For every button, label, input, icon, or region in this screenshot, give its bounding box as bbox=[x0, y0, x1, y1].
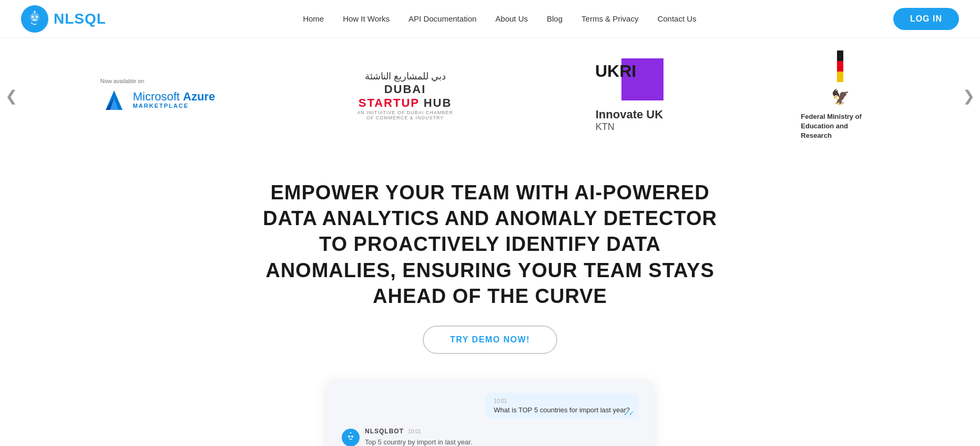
bot-intro-text: Top 5 country by import in last year. bbox=[365, 438, 638, 446]
flag-gold bbox=[837, 72, 843, 82]
svg-point-14 bbox=[350, 432, 352, 433]
hero-section: EMPOWER YOUR TEAM WITH AI-POWERED DATA A… bbox=[0, 154, 980, 370]
bot-content: NLSQLBOT 10:01 Top 5 country by import i… bbox=[365, 428, 638, 446]
ukri-logo-box: UKRI bbox=[595, 58, 663, 100]
nav-about-us[interactable]: About Us bbox=[495, 14, 528, 23]
dubai-arabic: دبي للمشاريع الناشئة bbox=[365, 71, 446, 83]
partner-innovate-uk: UKRI Innovate UK KTN bbox=[595, 58, 663, 133]
login-button[interactable]: LOG IN bbox=[893, 8, 959, 30]
innovate-brand: Innovate UK bbox=[596, 108, 663, 121]
nav-links: Home How It Works API Documentation Abou… bbox=[303, 14, 696, 24]
flag-red bbox=[837, 61, 843, 72]
innovate-sub: KTN bbox=[596, 121, 663, 133]
svg-point-10 bbox=[348, 435, 350, 438]
dubai-sub-text: AN INITIATIVE OF DUBAI CHAMBER OF COMMER… bbox=[353, 110, 458, 120]
flag-black bbox=[837, 50, 843, 61]
eagle-icon: 🦅 bbox=[831, 88, 850, 106]
svg-point-2 bbox=[32, 16, 34, 18]
chat-preview-container: 10:01 What is TOP 5 countries for import… bbox=[0, 370, 980, 446]
hero-title: EMPOWER YOUR TEAM WITH AI-POWERED DATA A… bbox=[253, 180, 727, 310]
chat-user-time: 10:01 bbox=[494, 398, 630, 404]
svg-point-3 bbox=[36, 16, 38, 18]
azure-brand: Microsoft Azure MARKETPLACE bbox=[100, 86, 215, 114]
navbar: NLSQL Home How It Works API Documentatio… bbox=[0, 0, 980, 38]
partner-dubai: دبي للمشاريع الناشئة DUBAI STARTUP HUB A… bbox=[353, 71, 458, 120]
logo-link[interactable]: NLSQL bbox=[21, 5, 106, 33]
nav-how-it-works[interactable]: How It Works bbox=[343, 14, 390, 23]
chat-user-message: 10:01 What is TOP 5 countries for import… bbox=[342, 393, 638, 419]
bot-time: 10:01 bbox=[408, 429, 421, 434]
logo-text: NLSQL bbox=[54, 11, 106, 27]
chat-user-bubble: 10:01 What is TOP 5 countries for import… bbox=[485, 393, 638, 419]
carousel-left-button[interactable]: ❮ bbox=[5, 87, 17, 104]
nav-contact[interactable]: Contact Us bbox=[657, 14, 696, 23]
azure-name-top: Microsoft Azure bbox=[133, 91, 215, 103]
ukri-text: UKRI bbox=[595, 63, 636, 79]
azure-available-text: Now available on bbox=[100, 78, 145, 84]
chat-bot-message: NLSQLBOT 10:01 Top 5 country by import i… bbox=[342, 428, 638, 446]
partners-strip: ❮ Now available on Microsoft Azure MARKE… bbox=[0, 38, 980, 154]
innovate-right: Innovate UK KTN bbox=[596, 108, 663, 133]
bot-header: NLSQLBOT 10:01 bbox=[365, 428, 638, 435]
svg-rect-12 bbox=[349, 439, 352, 440]
german-flag bbox=[837, 50, 843, 82]
bot-name: NLSQLBOT bbox=[365, 428, 404, 435]
nav-blog[interactable]: Blog bbox=[547, 14, 563, 23]
federal-text: Federal Ministry of Education and Resear… bbox=[801, 112, 880, 141]
azure-icon bbox=[100, 86, 128, 114]
partner-federal: 🦅 Federal Ministry of Education and Rese… bbox=[801, 50, 880, 141]
partner-azure: Now available on Microsoft Azure MARKETP… bbox=[100, 78, 215, 114]
svg-point-11 bbox=[351, 435, 353, 438]
nav-terms[interactable]: Terms & Privacy bbox=[581, 14, 638, 23]
chat-user-text: What is TOP 5 countries for import last … bbox=[494, 406, 630, 414]
logo-icon bbox=[21, 5, 48, 33]
nav-api-docs[interactable]: API Documentation bbox=[409, 14, 476, 23]
svg-rect-4 bbox=[33, 19, 37, 21]
read-tick-icon: ✓✓ bbox=[624, 410, 634, 417]
azure-name: Microsoft Azure MARKETPLACE bbox=[133, 91, 215, 109]
dubai-startup-hub-text: DUBAI STARTUP HUB bbox=[353, 83, 458, 110]
nav-home[interactable]: Home bbox=[303, 14, 324, 23]
bot-avatar bbox=[342, 429, 360, 446]
try-demo-button[interactable]: TRY DEMO NOW! bbox=[423, 326, 557, 354]
svg-point-6 bbox=[34, 11, 36, 12]
carousel-right-button[interactable]: ❯ bbox=[963, 87, 975, 104]
chat-window: 10:01 What is TOP 5 countries for import… bbox=[327, 380, 653, 446]
azure-name-bottom: MARKETPLACE bbox=[133, 103, 215, 109]
